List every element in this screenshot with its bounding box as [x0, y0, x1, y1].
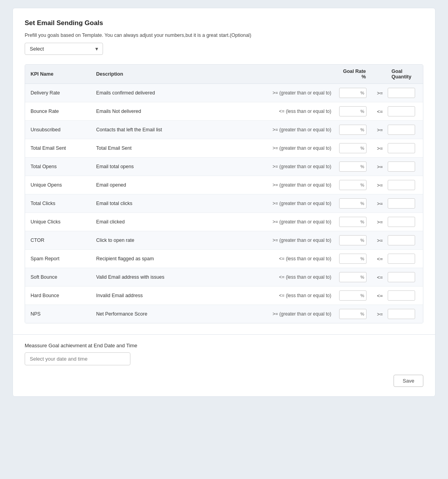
- qty-input-cell[interactable]: [386, 305, 423, 323]
- operator-text-cell: <= (less than or equal to): [247, 268, 337, 287]
- footer-row: Save: [25, 375, 423, 387]
- table-row: Total Email Sent Total Email Sent >= (gr…: [25, 139, 423, 158]
- col-kpi-name: KPI Name: [25, 65, 91, 84]
- rate-input-cell[interactable]: %: [337, 213, 374, 231]
- operator-text-cell: <= (less than or equal to): [247, 287, 337, 305]
- rate-input-cell[interactable]: %: [337, 250, 374, 268]
- template-select-wrapper[interactable]: Select Template 1 Template 2 Template 3 …: [25, 43, 103, 55]
- description-cell: Recipient flagged as spam: [91, 250, 247, 268]
- table-row: Total Clicks Email total clicks >= (grea…: [25, 194, 423, 213]
- percent-symbol: %: [360, 164, 364, 169]
- qty-input[interactable]: [388, 272, 415, 282]
- description-cell: Total Email Sent: [91, 139, 247, 158]
- kpi-name-cell: Total Opens: [25, 158, 91, 176]
- op-symbol-cell: >=: [374, 121, 386, 139]
- operator-text-cell: >= (greater than or equal to): [247, 194, 337, 213]
- rate-input-cell[interactable]: %: [337, 194, 374, 213]
- description-cell: Email opened: [91, 176, 247, 194]
- percent-symbol: %: [360, 146, 364, 151]
- table-row: Unique Opens Email opened >= (greater th…: [25, 176, 423, 194]
- qty-input-cell[interactable]: [386, 213, 423, 231]
- save-button[interactable]: Save: [394, 375, 423, 387]
- rate-input-cell[interactable]: %: [337, 84, 374, 102]
- qty-input[interactable]: [388, 198, 415, 209]
- qty-input[interactable]: [388, 254, 415, 264]
- qty-input[interactable]: [388, 217, 415, 227]
- qty-input[interactable]: [388, 290, 415, 301]
- qty-input[interactable]: [388, 125, 415, 135]
- qty-input-cell[interactable]: [386, 250, 423, 268]
- kpi-name-cell: Total Email Sent: [25, 139, 91, 158]
- kpi-name-cell: Unique Opens: [25, 176, 91, 194]
- qty-input[interactable]: [388, 309, 415, 319]
- datetime-input[interactable]: [25, 352, 130, 365]
- card-title: Set Email Sending Goals: [25, 19, 423, 27]
- qty-input-cell[interactable]: [386, 176, 423, 194]
- rate-input-cell[interactable]: %: [337, 231, 374, 250]
- op-symbol-cell: >=: [374, 158, 386, 176]
- qty-input-cell[interactable]: [386, 231, 423, 250]
- rate-input-cell[interactable]: %: [337, 102, 374, 121]
- qty-input-cell[interactable]: [386, 194, 423, 213]
- operator-text-cell: >= (greater than or equal to): [247, 84, 337, 102]
- qty-input-cell[interactable]: [386, 121, 423, 139]
- col-operator: [247, 65, 337, 84]
- kpi-name-cell: Delivery Rate: [25, 84, 91, 102]
- description-cell: Click to open rate: [91, 231, 247, 250]
- col-goal-quantity: Goal Quantity: [386, 65, 423, 84]
- rate-input-cell[interactable]: %: [337, 176, 374, 194]
- table-header-row: KPI Name Description Goal Rate % Goal Qu…: [25, 65, 423, 84]
- qty-input[interactable]: [388, 88, 415, 98]
- measure-label: Meassure Goal achievment at End Date and…: [25, 343, 423, 348]
- qty-input[interactable]: [388, 106, 415, 116]
- qty-input[interactable]: [388, 143, 415, 153]
- qty-input-cell[interactable]: [386, 139, 423, 158]
- measure-section: Meassure Goal achievment at End Date and…: [25, 343, 423, 365]
- rate-input-cell[interactable]: %: [337, 268, 374, 287]
- operator-text-cell: >= (greater than or equal to): [247, 158, 337, 176]
- template-select[interactable]: Select Template 1 Template 2 Template 3: [25, 43, 103, 55]
- prefill-description: Prefill you goals based on Template. You…: [25, 33, 423, 38]
- percent-symbol: %: [360, 183, 364, 187]
- kpi-name-cell: CTOR: [25, 231, 91, 250]
- table-row: Unique Clicks Email clicked >= (greater …: [25, 213, 423, 231]
- qty-input-cell[interactable]: [386, 158, 423, 176]
- kpi-name-cell: Total Clicks: [25, 194, 91, 213]
- kpi-name-cell: Unique Clicks: [25, 213, 91, 231]
- rate-input-cell[interactable]: %: [337, 121, 374, 139]
- description-cell: Emails confirmed delivered: [91, 84, 247, 102]
- percent-symbol: %: [360, 238, 364, 243]
- main-card: Set Email Sending Goals Prefill you goal…: [13, 8, 435, 397]
- op-symbol-cell: <=: [374, 250, 386, 268]
- qty-input-cell[interactable]: [386, 287, 423, 305]
- table-row: NPS Net Performance Score >= (greater th…: [25, 305, 423, 323]
- rate-input-cell[interactable]: %: [337, 139, 374, 158]
- qty-input[interactable]: [388, 180, 415, 190]
- qty-input-cell[interactable]: [386, 268, 423, 287]
- percent-symbol: %: [360, 256, 364, 261]
- qty-input-cell[interactable]: [386, 102, 423, 121]
- table-row: Total Opens Email total opens >= (greate…: [25, 158, 423, 176]
- qty-input[interactable]: [388, 235, 415, 245]
- kpi-name-cell: Hard Bounce: [25, 287, 91, 305]
- kpi-name-cell: Soft Bounce: [25, 268, 91, 287]
- op-symbol-cell: >=: [374, 305, 386, 323]
- rate-input-cell[interactable]: %: [337, 305, 374, 323]
- op-symbol-cell: <=: [374, 102, 386, 121]
- operator-text-cell: >= (greater than or equal to): [247, 213, 337, 231]
- qty-input-cell[interactable]: [386, 84, 423, 102]
- table-row: Soft Bounce Valid Email address with iss…: [25, 268, 423, 287]
- kpi-name-cell: NPS: [25, 305, 91, 323]
- op-symbol-cell: >=: [374, 139, 386, 158]
- description-cell: Email clicked: [91, 213, 247, 231]
- description-cell: Email total clicks: [91, 194, 247, 213]
- operator-text-cell: <= (less than or equal to): [247, 250, 337, 268]
- table-row: Hard Bounce Invalid Email address <= (le…: [25, 287, 423, 305]
- op-symbol-cell: <=: [374, 287, 386, 305]
- qty-input[interactable]: [388, 161, 415, 172]
- percent-symbol: %: [360, 312, 364, 316]
- rate-input-cell[interactable]: %: [337, 287, 374, 305]
- kpi-name-cell: Bounce Rate: [25, 102, 91, 121]
- rate-input-cell[interactable]: %: [337, 158, 374, 176]
- operator-text-cell: <= (less than or equal to): [247, 102, 337, 121]
